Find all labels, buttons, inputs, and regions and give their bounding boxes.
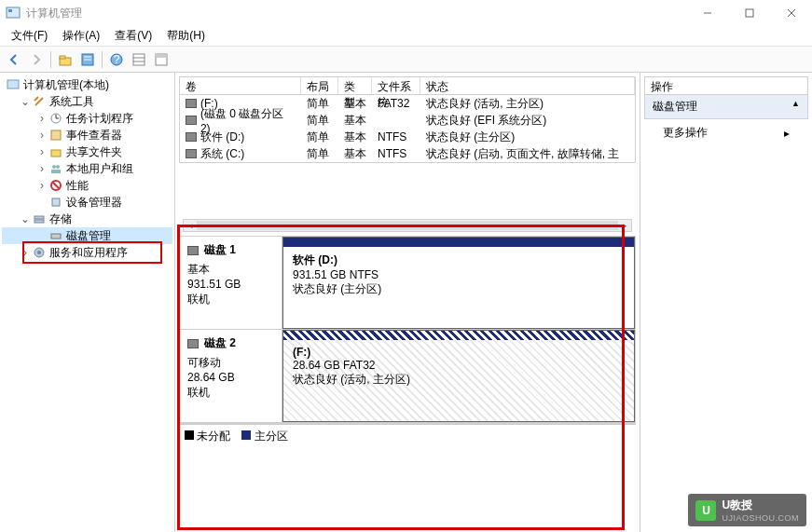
toolbar: ?: [0, 47, 812, 73]
watermark: U U教授 UJIAOSHOU.COM: [688, 494, 806, 526]
svg-rect-22: [51, 130, 61, 140]
tree-systools[interactable]: ⌄系统工具: [2, 93, 172, 110]
folder-icon: [48, 144, 63, 159]
partition-body: (F:)28.64 GB FAT32状态良好 (活动, 主分区): [283, 340, 634, 421]
scroll-right-button[interactable]: ▸: [618, 220, 631, 231]
titlebar: 计算机管理: [0, 0, 812, 26]
services-icon: [32, 245, 47, 260]
help-button[interactable]: ?: [106, 49, 127, 70]
svg-text:?: ?: [114, 53, 120, 66]
partition[interactable]: 软件 (D:)931.51 GB NTFS状态良好 (主分区): [282, 237, 635, 329]
partition-header: [283, 238, 634, 247]
computer-icon: [6, 77, 21, 92]
disk-info[interactable]: 磁盘 2可移动28.64 GB联机: [180, 330, 282, 422]
perf-icon: [48, 178, 63, 193]
tree-diskmgmt[interactable]: 磁盘管理: [2, 227, 172, 244]
tree-root[interactable]: 计算机管理(本地): [2, 76, 172, 93]
svg-rect-7: [60, 56, 65, 59]
legend-unallocated: 未分配: [185, 429, 230, 444]
tree-scheduler[interactable]: ›任务计划程序: [2, 110, 172, 127]
tree-perf[interactable]: ›性能: [2, 177, 172, 194]
actions-pane: 操作 磁盘管理 ▲ 更多操作 ▸: [640, 73, 812, 532]
up-button[interactable]: [55, 49, 76, 70]
svg-line-28: [52, 182, 60, 189]
legend: 未分配 主分区: [179, 424, 636, 448]
col-status[interactable]: 状态: [420, 77, 635, 94]
actions-section[interactable]: 磁盘管理 ▲: [644, 95, 808, 119]
disk-row: 磁盘 2可移动28.64 GB联机(F:)28.64 GB FAT32状态良好 …: [180, 330, 635, 423]
legend-primary: 主分区: [241, 429, 287, 444]
expand-icon[interactable]: ›: [35, 143, 48, 160]
svg-point-34: [37, 251, 41, 254]
partition-header: [283, 331, 634, 340]
volume-row[interactable]: (磁盘 0 磁盘分区 2)简单基本状态良好 (EFI 系统分区): [180, 112, 635, 129]
expand-icon[interactable]: ›: [35, 177, 48, 194]
actions-title: 操作: [644, 76, 808, 95]
maximize-button[interactable]: [728, 0, 770, 26]
expand-icon[interactable]: ⌄: [19, 211, 32, 227]
expand-icon[interactable]: ›: [19, 244, 32, 261]
volume-list: (F:)简单基本FAT32状态良好 (活动, 主分区)(磁盘 0 磁盘分区 2)…: [179, 95, 636, 163]
tree-devmgr[interactable]: 设备管理器: [2, 194, 172, 211]
back-button[interactable]: [4, 49, 24, 70]
col-volume[interactable]: 卷: [180, 77, 301, 94]
more-actions[interactable]: 更多操作 ▸: [644, 119, 808, 146]
svg-rect-32: [51, 234, 61, 239]
volume-icon: [186, 132, 197, 142]
tree-services[interactable]: ›服务和应用程序: [2, 244, 172, 261]
menu-action[interactable]: 操作(A): [55, 26, 107, 46]
expand-icon[interactable]: ›: [35, 160, 48, 177]
menu-file[interactable]: 文件(F): [4, 26, 55, 46]
partition-body: 软件 (D:)931.51 GB NTFS状态良好 (主分区): [283, 247, 634, 328]
expand-icon[interactable]: ›: [35, 127, 48, 143]
tools-icon: [32, 94, 47, 109]
svg-rect-1: [8, 9, 12, 12]
disk-icon: [48, 228, 63, 243]
users-icon: [48, 161, 63, 176]
svg-rect-17: [156, 54, 167, 58]
tree-storage[interactable]: ⌄存储: [2, 211, 172, 227]
close-button[interactable]: [770, 0, 812, 26]
col-layout[interactable]: 布局: [301, 77, 338, 94]
svg-rect-29: [52, 198, 60, 206]
partition[interactable]: (F:)28.64 GB FAT32状态良好 (活动, 主分区): [282, 330, 635, 422]
list-view-button[interactable]: [129, 49, 149, 70]
svg-rect-3: [746, 9, 753, 17]
tree-eventvwr[interactable]: ›事件查看器: [2, 127, 172, 143]
menu-help[interactable]: 帮助(H): [159, 26, 213, 46]
expand-icon[interactable]: ⌄: [19, 93, 32, 110]
app-icon: [6, 6, 21, 20]
scroll-track[interactable]: [197, 221, 618, 230]
svg-rect-13: [133, 54, 145, 65]
detail-view-button[interactable]: [151, 49, 172, 70]
svg-point-24: [52, 165, 56, 169]
nav-tree: 计算机管理(本地) ⌄系统工具 ›任务计划程序 ›事件查看器 ›共享文件夹 ›本…: [0, 73, 175, 532]
forward-button[interactable]: [26, 49, 47, 70]
disk-info[interactable]: 磁盘 1基本931.51 GB联机: [180, 237, 282, 329]
tree-shared[interactable]: ›共享文件夹: [2, 143, 172, 160]
center-pane: 卷 布局 类型 文件系统 状态 (F:)简单基本FAT32状态良好 (活动, 主…: [175, 73, 640, 532]
event-icon: [48, 128, 63, 143]
menu-view[interactable]: 查看(V): [107, 26, 159, 46]
tree-users[interactable]: ›本地用户和组: [2, 160, 172, 177]
clock-icon: [48, 111, 63, 126]
expand-icon[interactable]: ›: [35, 110, 48, 127]
device-icon: [48, 195, 63, 210]
col-fs[interactable]: 文件系统: [372, 77, 420, 94]
disk-map: 磁盘 1基本931.51 GB联机软件 (D:)931.51 GB NTFS状态…: [179, 236, 636, 424]
properties-button[interactable]: [77, 49, 98, 70]
volume-row[interactable]: 系统 (C:)简单基本NTFS状态良好 (启动, 页面文件, 故障转储, 主: [180, 145, 635, 162]
col-type[interactable]: 类型: [338, 77, 372, 94]
scroll-left-button[interactable]: ◂: [184, 220, 197, 231]
svg-rect-31: [34, 220, 44, 223]
svg-rect-18: [7, 80, 19, 89]
svg-point-25: [56, 165, 60, 169]
storage-icon: [32, 211, 47, 226]
horizontal-scrollbar[interactable]: ◂ ▸: [183, 219, 632, 232]
minimize-button[interactable]: [686, 0, 728, 26]
volume-list-header: 卷 布局 类型 文件系统 状态: [179, 76, 636, 95]
chevron-right-icon: ▸: [784, 127, 790, 140]
watermark-badge-icon: U: [695, 500, 716, 521]
volume-row[interactable]: 软件 (D:)简单基本NTFS状态良好 (主分区): [180, 129, 635, 145]
svg-rect-30: [34, 216, 44, 219]
